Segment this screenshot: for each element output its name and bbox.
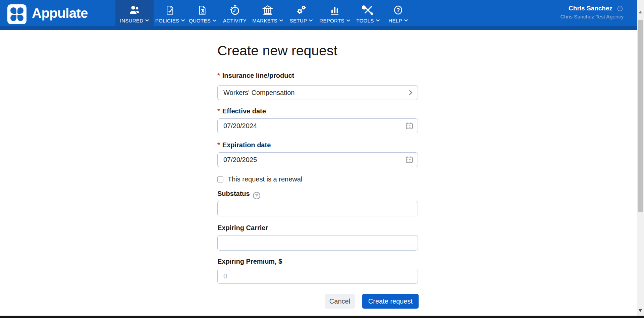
nav-label-insured: INSURED — [120, 18, 144, 23]
chevron-down-icon — [376, 19, 380, 22]
scrollbar-up-arrow-icon[interactable] — [639, 11, 642, 13]
expiring-carrier-field-wrap — [217, 235, 418, 251]
nav-item-activity[interactable]: ACTIVITY — [219, 0, 251, 26]
chevron-right-icon[interactable] — [408, 90, 414, 96]
effective-date-field-wrap — [217, 118, 418, 133]
chevron-down-icon — [404, 19, 408, 22]
insured-people-icon — [128, 3, 141, 17]
substatus-label: Substatus? — [217, 190, 260, 199]
nav-item-tools[interactable]: TOOLS — [352, 0, 384, 26]
nav-label-reports: REPORTS — [319, 18, 344, 23]
nav-item-policies[interactable]: POLICIES — [154, 0, 186, 26]
nav-label-help: HELP — [388, 18, 402, 23]
insurance-line-value: Workers' Compensation — [218, 89, 294, 97]
cancel-button[interactable]: Cancel — [325, 294, 355, 309]
scrollbar-down-arrow-icon[interactable] — [639, 309, 642, 312]
clover-logo-icon — [10, 7, 23, 21]
renewal-checkbox[interactable] — [217, 176, 223, 182]
insurance-line-select[interactable]: Workers' Compensation — [217, 85, 418, 100]
chevron-down-icon — [346, 19, 350, 22]
expiring-premium-input[interactable] — [218, 269, 418, 283]
nav-item-reports[interactable]: REPORTS — [318, 0, 352, 26]
vertical-scrollbar[interactable] — [637, 0, 644, 318]
substatus-field-wrap — [217, 201, 418, 216]
chevron-down-icon — [309, 19, 313, 22]
required-marker: * — [217, 72, 220, 79]
nav-bottom-band — [0, 26, 637, 30]
required-marker: * — [217, 141, 220, 149]
reports-barchart-icon — [329, 3, 340, 17]
insurance-line-label: *Insurance line/product — [217, 72, 294, 80]
expiration-date-input[interactable] — [218, 153, 418, 167]
nav-item-quotes[interactable]: QUOTES — [186, 0, 219, 26]
nav-label-quotes: QUOTES — [189, 18, 211, 23]
nav-item-insured[interactable]: INSURED — [115, 0, 154, 26]
expiring-carrier-label: Expiring Carrier — [217, 224, 268, 232]
renewal-checkbox-label: This request is a renewal — [228, 175, 302, 183]
nav-label-policies: POLICIES — [155, 18, 179, 23]
expiring-premium-field-wrap — [217, 269, 418, 284]
calendar-icon[interactable] — [405, 156, 414, 164]
bottom-edge-strip — [0, 316, 644, 318]
svg-text:?: ? — [396, 7, 400, 13]
substatus-input[interactable] — [218, 201, 418, 216]
chevron-down-icon — [213, 19, 216, 22]
nav-label-markets: MARKETS — [252, 18, 277, 23]
chevron-down-icon — [181, 19, 185, 22]
help-circle-icon[interactable]: ? — [253, 192, 260, 199]
effective-date-input[interactable] — [218, 119, 418, 133]
nav-item-help[interactable]: ? HELP — [384, 0, 412, 26]
agency-name: Chris Sanchez Test Agency — [560, 14, 624, 20]
create-request-button[interactable]: Create request — [362, 294, 419, 309]
nav-label-setup: SETUP — [290, 18, 307, 23]
expiring-premium-label: Expiring Premium, $ — [217, 258, 282, 265]
expiring-carrier-input[interactable] — [218, 235, 418, 250]
markets-bank-icon — [262, 3, 274, 17]
renewal-checkbox-row: This request is a renewal — [217, 175, 302, 183]
required-marker: * — [217, 107, 220, 115]
chevron-down-icon — [279, 19, 283, 22]
activity-stopwatch-icon — [229, 3, 240, 17]
power-icon[interactable] — [616, 5, 624, 12]
expiration-date-label: *Expiration date — [217, 141, 271, 149]
policies-document-icon — [165, 3, 175, 17]
scrollbar-thumb[interactable] — [638, 20, 643, 212]
footer-divider — [0, 287, 637, 287]
user-block: Chris Sanchez Chris Sanchez Test Agency — [560, 5, 624, 20]
top-nav-bar: Appulate INSURED POLICIES QUOTES — [0, 0, 637, 30]
help-question-icon: ? — [393, 3, 404, 17]
brand-name: Appulate — [32, 0, 88, 26]
appulate-logo-icon[interactable] — [7, 4, 26, 24]
expiration-date-field-wrap — [217, 152, 418, 167]
setup-gears-icon — [296, 3, 307, 17]
nav-item-setup[interactable]: SETUP — [284, 0, 318, 26]
chevron-down-icon — [145, 19, 149, 22]
user-name: Chris Sanchez — [569, 5, 612, 12]
effective-date-label: *Effective date — [217, 107, 266, 115]
calendar-icon[interactable] — [405, 122, 414, 130]
tools-wrench-icon — [362, 3, 374, 17]
page-title: Create new request — [217, 43, 337, 59]
nav-item-markets[interactable]: MARKETS — [251, 0, 284, 26]
nav-menu: INSURED POLICIES QUOTES ACTIVITY — [115, 0, 412, 26]
nav-label-activity: ACTIVITY — [223, 18, 247, 23]
quotes-hourglass-icon — [198, 3, 208, 17]
nav-label-tools: TOOLS — [356, 18, 374, 23]
